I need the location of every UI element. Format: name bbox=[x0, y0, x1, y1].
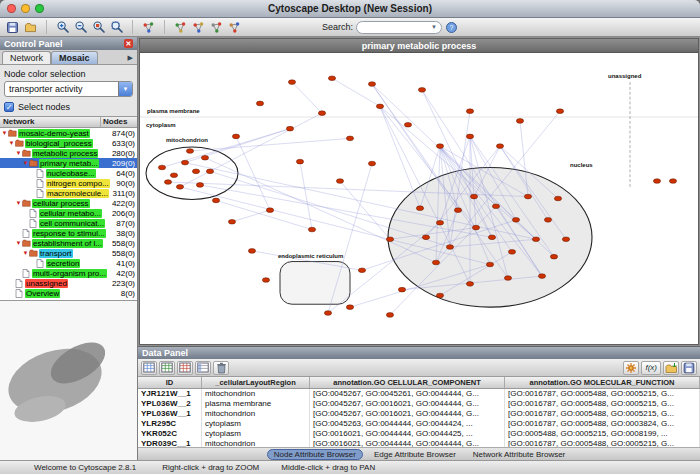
network-node[interactable] bbox=[418, 88, 425, 93]
network-node[interactable] bbox=[196, 183, 203, 188]
color-scale-icon[interactable] bbox=[623, 361, 639, 375]
network-edge[interactable] bbox=[380, 106, 420, 208]
network-node[interactable] bbox=[436, 144, 443, 149]
network-edge[interactable] bbox=[236, 136, 270, 210]
create-attribute-icon[interactable] bbox=[159, 361, 175, 375]
tab-overflow-icon[interactable]: ▶ bbox=[124, 54, 137, 64]
network-node[interactable] bbox=[346, 305, 353, 310]
network-node[interactable] bbox=[404, 122, 411, 127]
expand-arrow-icon[interactable]: ▼ bbox=[22, 250, 29, 256]
network-node[interactable] bbox=[436, 293, 443, 298]
tab-mosaic[interactable]: Mosaic bbox=[51, 51, 98, 64]
network-node[interactable] bbox=[472, 225, 479, 230]
network-node[interactable] bbox=[386, 313, 393, 318]
network-node[interactable] bbox=[422, 235, 429, 240]
network-canvas[interactable]: plasma membranecytoplasmmitochondrionnuc… bbox=[140, 53, 698, 344]
tab-node-attribute-browser[interactable]: Node Attribute Browser bbox=[267, 449, 363, 460]
network-node[interactable] bbox=[212, 198, 219, 203]
tab-network[interactable]: Network bbox=[2, 51, 51, 64]
tab-network-attribute-browser[interactable]: Network Attribute Browser bbox=[467, 450, 571, 459]
tree-item[interactable]: unassigned223(0) bbox=[0, 278, 137, 288]
zoom-out-icon[interactable] bbox=[72, 19, 89, 35]
network-node[interactable] bbox=[228, 219, 235, 224]
tree-item[interactable]: secretion41(0) bbox=[0, 258, 137, 268]
network-node[interactable] bbox=[318, 111, 325, 116]
tree-item[interactable]: ▼transport558(0) bbox=[0, 248, 137, 258]
tree-item[interactable]: ▼primary metab...209(0) bbox=[0, 158, 137, 168]
expand-arrow-icon[interactable]: ▼ bbox=[22, 160, 29, 166]
network-node[interactable] bbox=[556, 109, 563, 114]
help-icon[interactable]: ? bbox=[443, 19, 460, 35]
tree-item[interactable]: response to stimul...38(0) bbox=[0, 228, 137, 238]
network-node[interactable] bbox=[256, 101, 263, 106]
network-node[interactable] bbox=[470, 194, 477, 199]
network-node[interactable] bbox=[386, 237, 393, 242]
network-node[interactable] bbox=[416, 206, 423, 211]
network-node[interactable] bbox=[466, 282, 473, 287]
network-node[interactable] bbox=[538, 274, 545, 279]
table-column-header[interactable]: annotation.GO MOLECULAR_FUNCTION bbox=[505, 377, 700, 388]
network-node[interactable] bbox=[286, 126, 293, 131]
network-node[interactable] bbox=[308, 227, 315, 232]
network-node[interactable] bbox=[206, 169, 213, 174]
column-history-icon[interactable] bbox=[195, 361, 211, 375]
network-node[interactable] bbox=[436, 220, 443, 225]
search-dropdown-icon[interactable]: ▼ bbox=[431, 24, 437, 30]
trash-icon[interactable] bbox=[213, 361, 229, 375]
function-builder-button[interactable]: f(x) bbox=[641, 361, 661, 375]
tab-edge-attribute-browser[interactable]: Edge Attribute Browser bbox=[368, 450, 462, 459]
birds-eye-view[interactable] bbox=[0, 300, 137, 460]
import-attributes-icon[interactable] bbox=[663, 361, 679, 375]
network-node[interactable] bbox=[544, 218, 551, 223]
network-node[interactable] bbox=[524, 194, 531, 199]
zoom-fit-icon[interactable] bbox=[108, 19, 125, 35]
network-node[interactable] bbox=[358, 268, 365, 273]
network-node[interactable] bbox=[232, 134, 239, 139]
close-window-button[interactable] bbox=[7, 4, 16, 13]
network-node[interactable] bbox=[368, 82, 375, 87]
network-node[interactable] bbox=[158, 165, 165, 170]
network-node[interactable] bbox=[466, 109, 473, 114]
tree-item[interactable]: nitrogen compo...90(0) bbox=[0, 178, 137, 188]
table-row[interactable]: YPL036W__1mitochondrion[GO:0045267, GO:0… bbox=[138, 409, 700, 419]
network-node[interactable] bbox=[376, 104, 383, 109]
save-attributes-icon[interactable] bbox=[681, 361, 697, 375]
network-node[interactable] bbox=[653, 179, 660, 184]
network-node[interactable] bbox=[454, 208, 461, 213]
network-node[interactable] bbox=[398, 287, 405, 292]
network-node[interactable] bbox=[186, 149, 193, 154]
network-node[interactable] bbox=[492, 204, 499, 209]
table-row[interactable]: YDR039C__1mitochondrion[GO:0016021, GO:0… bbox=[138, 439, 700, 447]
chevron-down-icon[interactable]: ▼ bbox=[118, 82, 132, 96]
network-node[interactable] bbox=[496, 144, 503, 149]
tree-item[interactable]: ▼biological_process633(0) bbox=[0, 138, 137, 148]
tree-item[interactable]: nucleobase...64(0) bbox=[0, 168, 137, 178]
network-view-title[interactable]: primary metabolic process bbox=[140, 39, 698, 53]
network-edge[interactable] bbox=[185, 129, 290, 163]
minimize-window-button[interactable] bbox=[21, 4, 30, 13]
delete-attribute-icon[interactable] bbox=[177, 361, 193, 375]
network-edge[interactable] bbox=[232, 210, 270, 222]
zoom-selected-icon[interactable] bbox=[90, 19, 107, 35]
tree-item[interactable]: ▼mosaic-demo-yeast874(0) bbox=[0, 128, 137, 138]
network-node[interactable] bbox=[346, 136, 353, 141]
network-edge[interactable] bbox=[300, 162, 312, 230]
network-node[interactable] bbox=[554, 196, 561, 201]
table-column-header[interactable]: ID bbox=[138, 377, 202, 388]
tree-column-network[interactable]: Network bbox=[0, 117, 101, 127]
vizmapper-icon[interactable] bbox=[226, 19, 243, 35]
network-node[interactable] bbox=[266, 208, 273, 213]
network-node[interactable] bbox=[432, 260, 439, 265]
expand-arrow-icon[interactable]: ▼ bbox=[15, 200, 22, 206]
select-attributes-icon[interactable] bbox=[141, 361, 157, 375]
network-node[interactable] bbox=[176, 185, 183, 190]
tree-item[interactable]: macromolecule...311(0) bbox=[0, 188, 137, 198]
network-node[interactable] bbox=[508, 250, 515, 255]
network-node[interactable] bbox=[324, 311, 331, 316]
tree-item[interactable]: Overview8(0) bbox=[0, 288, 137, 298]
network-node[interactable] bbox=[288, 80, 295, 85]
network-node[interactable] bbox=[368, 161, 375, 166]
table-row[interactable]: YJR121W__1mitochondrion[GO:0045267, GO:0… bbox=[138, 389, 700, 399]
network-node[interactable] bbox=[296, 159, 303, 164]
expand-arrow-icon[interactable]: ▼ bbox=[15, 240, 22, 246]
